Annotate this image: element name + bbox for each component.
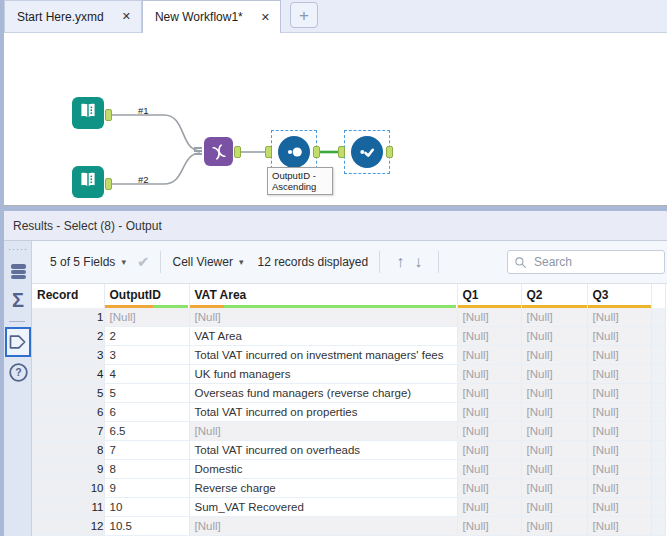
cell[interactable]: [Null] (457, 308, 521, 327)
cell[interactable]: 4 (104, 365, 189, 384)
cell[interactable]: [Null] (104, 308, 189, 327)
close-icon[interactable]: ✕ (261, 11, 270, 24)
cell[interactable]: [Null] (457, 479, 521, 498)
cell[interactable]: 2 (104, 327, 189, 346)
cell[interactable]: UK fund managers (189, 365, 457, 384)
cell[interactable]: [Null] (521, 422, 587, 441)
column-header-outputid[interactable]: OutputID (104, 284, 189, 308)
record-number[interactable]: 4 (32, 365, 104, 384)
cell[interactable]: Total VAT incurred on properties (189, 403, 457, 422)
cell[interactable]: 6.5 (104, 422, 189, 441)
cell[interactable]: [Null] (521, 308, 587, 327)
column-header-record[interactable]: Record (32, 284, 104, 308)
cell[interactable]: [Null] (587, 308, 651, 327)
cell[interactable]: 10 (104, 498, 189, 517)
table-row[interactable]: 44UK fund managers[Null][Null][Null] (32, 365, 665, 384)
layout-rows-icon[interactable] (7, 255, 29, 277)
cell[interactable]: [Null] (189, 422, 457, 441)
drag-handle[interactable]: ····· (8, 244, 28, 254)
cell[interactable]: [Null] (521, 460, 587, 479)
workflow-canvas[interactable]: #1 #2 (4, 34, 667, 205)
cell[interactable]: [Null] (587, 460, 651, 479)
fields-dropdown[interactable]: 5 of 5 Fields ▾ (50, 255, 126, 269)
cell[interactable]: [Null] (521, 498, 587, 517)
cell[interactable]: Total VAT incurred on overheads (189, 441, 457, 460)
cell[interactable]: VAT Area (189, 327, 457, 346)
record-number[interactable]: 1 (32, 308, 104, 327)
cell[interactable]: 6 (104, 403, 189, 422)
record-number[interactable]: 11 (32, 498, 104, 517)
sort-tool[interactable] (278, 136, 310, 168)
cell[interactable]: [Null] (521, 365, 587, 384)
cell[interactable]: [Null] (521, 441, 587, 460)
cell[interactable]: [Null] (521, 384, 587, 403)
cell[interactable]: [Null] (521, 517, 587, 536)
tab-new-workflow[interactable]: New Workflow1* ✕ (142, 0, 281, 33)
cell[interactable]: [Null] (521, 327, 587, 346)
cell[interactable]: [Null] (457, 346, 521, 365)
cell[interactable]: [Null] (521, 346, 587, 365)
sigma-icon[interactable]: Σ (7, 289, 29, 311)
cell[interactable]: [Null] (189, 517, 457, 536)
record-number[interactable]: 5 (32, 384, 104, 403)
tab-start-here[interactable]: Start Here.yxmd ✕ (4, 0, 142, 32)
input-data-tool-2[interactable] (72, 166, 104, 198)
sort-annotation[interactable]: OutputID - Ascending (267, 167, 333, 195)
table-row[interactable]: 66Total VAT incurred on properties[Null]… (32, 403, 665, 422)
cell[interactable]: 3 (104, 346, 189, 365)
cell[interactable]: [Null] (457, 365, 521, 384)
cell[interactable]: [Null] (457, 517, 521, 536)
cell[interactable]: [Null] (587, 346, 651, 365)
table-row[interactable]: 98Domestic[Null][Null][Null] (32, 460, 665, 479)
cell[interactable]: [Null] (189, 308, 457, 327)
record-number[interactable]: 12 (32, 517, 104, 536)
search-box[interactable] (507, 250, 665, 274)
cell[interactable]: 9 (104, 479, 189, 498)
column-header-vat-area[interactable]: VAT Area (189, 284, 457, 308)
cell-viewer-dropdown[interactable]: Cell Viewer ▾ (172, 255, 243, 269)
table-row[interactable]: 87Total VAT incurred on overheads[Null][… (32, 441, 665, 460)
cell[interactable]: [Null] (457, 327, 521, 346)
cell[interactable]: [Null] (587, 384, 651, 403)
cell[interactable]: [Null] (587, 441, 651, 460)
cell[interactable]: [Null] (457, 460, 521, 479)
table-row[interactable]: 1[Null][Null][Null][Null][Null] (32, 308, 665, 327)
cell[interactable]: Reverse charge (189, 479, 457, 498)
cell[interactable]: [Null] (587, 422, 651, 441)
cell[interactable]: [Null] (587, 365, 651, 384)
arrow-down-icon[interactable]: ↓ (414, 253, 422, 271)
cell[interactable]: [Null] (457, 498, 521, 517)
cell[interactable]: Overseas fund managers (reverse charge) (189, 384, 457, 403)
cell[interactable]: Total VAT incurred on investment manager… (189, 346, 457, 365)
cell[interactable]: Domestic (189, 460, 457, 479)
cell[interactable]: [Null] (457, 403, 521, 422)
help-icon[interactable]: ? (7, 361, 29, 383)
table-row[interactable]: 22VAT Area[Null][Null][Null] (32, 327, 665, 346)
cell[interactable]: [Null] (587, 517, 651, 536)
cell[interactable]: [Null] (457, 441, 521, 460)
cell[interactable]: [Null] (587, 479, 651, 498)
apply-check-icon[interactable]: ✔ (137, 253, 150, 271)
polygon-icon-selected[interactable] (5, 327, 31, 357)
input-data-tool-1[interactable] (72, 97, 104, 129)
cell[interactable]: 7 (104, 441, 189, 460)
cell[interactable]: 10.5 (104, 517, 189, 536)
cell[interactable]: [Null] (587, 327, 651, 346)
union-tool[interactable] (204, 137, 233, 166)
table-row[interactable]: 109Reverse charge[Null][Null][Null] (32, 479, 665, 498)
record-number[interactable]: 7 (32, 422, 104, 441)
select-tool[interactable] (351, 136, 383, 168)
record-number[interactable]: 3 (32, 346, 104, 365)
cell[interactable]: [Null] (457, 384, 521, 403)
record-number[interactable]: 9 (32, 460, 104, 479)
cell[interactable]: Sum_VAT Recovered (189, 498, 457, 517)
cell[interactable]: 5 (104, 384, 189, 403)
column-header-q1[interactable]: Q1 (457, 284, 521, 308)
table-row[interactable]: 33Total VAT incurred on investment manag… (32, 346, 665, 365)
column-header-q3[interactable]: Q3 (587, 284, 651, 308)
cell[interactable]: [Null] (587, 498, 651, 517)
record-number[interactable]: 6 (32, 403, 104, 422)
cell[interactable]: [Null] (587, 403, 651, 422)
new-tab-button[interactable]: + (290, 2, 318, 28)
close-icon[interactable]: ✕ (122, 10, 131, 23)
